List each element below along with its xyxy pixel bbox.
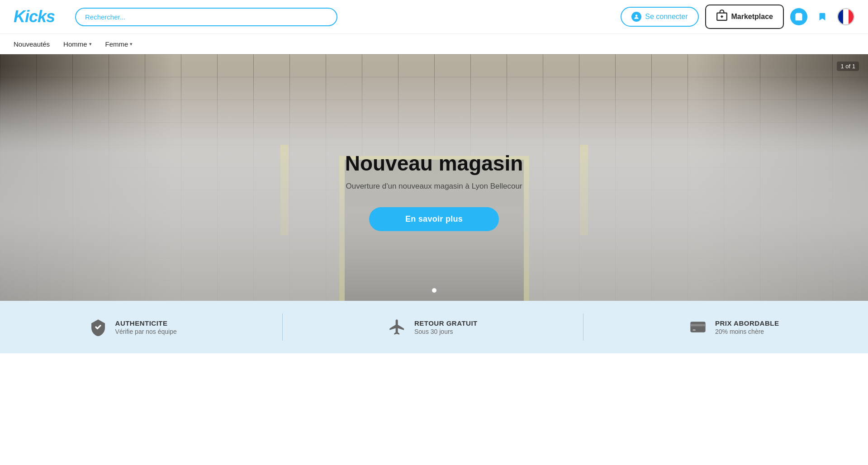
nav-item-homme[interactable]: Homme ▾ [63,40,92,48]
logo[interactable]: Kicks [14,7,68,26]
main-nav: Nouveautés Homme ▾ Femme ▾ [0,34,868,54]
hero-counter: 1 of 1 [837,62,859,71]
shield-check-icon [89,318,107,336]
feature-retour-text: RETOUR GRATUIT Sous 30 jours [414,319,478,335]
nav-item-nouveautes[interactable]: Nouveautés [14,40,50,48]
hero-title: Nouveau magasin [345,151,523,176]
feature-authenticite: AUTHENTICITE Vérifie par nos équipe [89,318,177,336]
feature-prix-desc: 20% moins chère [715,328,779,335]
connect-label: Se connecter [645,13,688,21]
person-icon [631,12,641,22]
marketplace-label: Marketplace [731,13,773,21]
feature-divider-1 [282,313,283,341]
feature-retour: RETOUR GRATUIT Sous 30 jours [388,318,478,336]
language-flag[interactable] [837,8,854,25]
svg-point-0 [636,14,638,17]
header: Kicks Se connecter Marketplace [0,0,868,34]
chevron-down-icon: ▾ [89,41,92,47]
plane-icon [388,318,406,336]
hero-cta-button[interactable]: En savoir plus [369,207,499,231]
hero-dot[interactable] [432,288,436,293]
hero-subtitle: Ouverture d'un nouveaux magasin à Lyon B… [346,182,522,191]
feature-retour-desc: Sous 30 jours [414,328,478,335]
chevron-down-icon: ▾ [130,41,133,47]
feature-authenticite-desc: Vérifie par nos équipe [115,328,177,335]
feature-divider-2 [583,313,583,341]
feature-prix: PRIX ABORDABLE 20% moins chère [689,318,779,336]
feature-authenticite-text: AUTHENTICITE Vérifie par nos équipe [115,319,177,335]
cart-button[interactable] [790,8,807,25]
svg-rect-5 [690,322,705,332]
marketplace-button[interactable]: Marketplace [705,5,784,29]
search-input[interactable] [75,8,337,26]
bookmark-button[interactable] [814,8,831,25]
svg-rect-7 [693,329,696,331]
header-actions: Se connecter Marketplace [621,5,854,29]
marketplace-icon [716,9,728,24]
feature-authenticite-title: AUTHENTICITE [115,319,177,327]
hero-banner: Nouveau magasin Ouverture d'un nouveaux … [0,54,868,301]
hero-dots [432,288,436,293]
feature-retour-title: RETOUR GRATUIT [414,319,478,327]
feature-prix-text: PRIX ABORDABLE 20% moins chère [715,319,779,335]
features-bar: AUTHENTICITE Vérifie par nos équipe RETO… [0,301,868,353]
connect-button[interactable]: Se connecter [621,7,698,27]
feature-prix-title: PRIX ABORDABLE [715,319,779,327]
svg-rect-6 [690,324,705,326]
nav-item-femme[interactable]: Femme ▾ [105,40,133,48]
hero-overlay: Nouveau magasin Ouverture d'un nouveaux … [0,54,868,301]
card-icon [689,318,707,336]
